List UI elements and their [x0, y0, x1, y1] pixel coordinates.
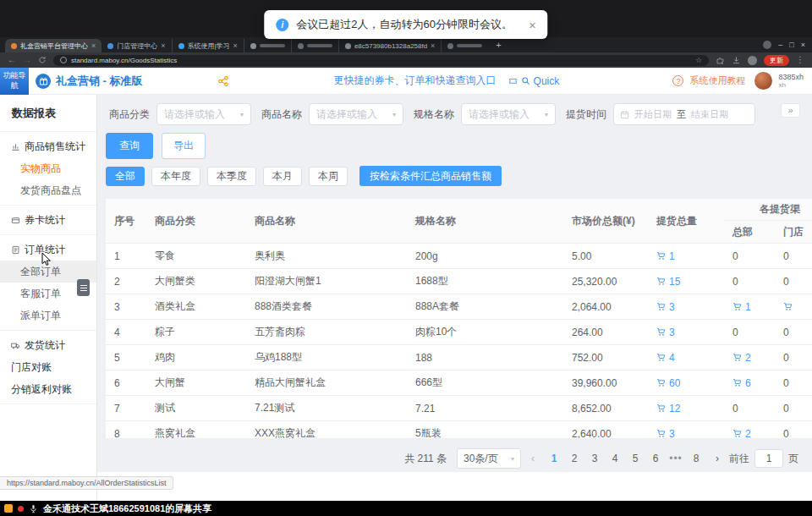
tab-favicon	[11, 43, 17, 49]
browser-tab-active[interactable]: 礼盒营销平台管理中心 ×	[5, 39, 102, 52]
col-name: 商品名称	[246, 199, 407, 243]
pickup-total-link[interactable]: 3	[648, 301, 724, 313]
summary-button[interactable]: 按检索条件汇总商品销售额	[359, 166, 502, 186]
next-page-icon[interactable]: ›	[716, 453, 719, 464]
browser-profile-icon[interactable]	[763, 41, 771, 49]
window-minimize-icon[interactable]: –	[778, 41, 782, 49]
browser-menu-icon[interactable]: ⋮	[796, 56, 804, 64]
site-info-icon[interactable]	[60, 57, 67, 63]
meeting-toast: i 会议已超过2人，自动转为60分钟限时会议。 ×	[264, 10, 547, 39]
page-4[interactable]: 4	[606, 453, 624, 464]
page-1[interactable]: 1	[545, 453, 563, 464]
sidebar-item-shipment-inventory[interactable]: 发货商品盘点	[0, 179, 96, 201]
tutorial-link[interactable]: 系统使用教程	[689, 74, 745, 87]
pickup-total-link[interactable]: 1	[648, 250, 724, 262]
share-center-link[interactable]: 合分享中心	[217, 74, 280, 87]
sidebar-item-order-stats[interactable]: 订单统计	[0, 239, 96, 261]
hq-pickup-link[interactable]: 1	[724, 301, 775, 313]
tab-label-placeholder	[260, 44, 285, 47]
hq-pickup-link[interactable]: 2	[724, 352, 775, 364]
browser-avatar[interactable]	[748, 56, 757, 65]
sidebar-item-physical-goods[interactable]: 实物商品	[0, 157, 96, 179]
cart-icon	[732, 429, 742, 438]
cell-category: 粽子	[146, 325, 246, 339]
browser-tab[interactable]: e8c573980b1328a258fd2e6f ×	[338, 39, 441, 52]
extensions-icon[interactable]	[716, 56, 725, 65]
sidebar-item-distribution-rebate[interactable]: 分销返利对账	[0, 378, 96, 400]
url-text: standard.maboy.cn/GoodsStatistics	[71, 57, 177, 64]
back-icon[interactable]: ←	[8, 56, 16, 64]
sidebar-item-store-reconciliation[interactable]: 门店对账	[0, 356, 96, 378]
category-select[interactable]: 请选择或输入 ▾	[156, 103, 251, 125]
forward-icon[interactable]: →	[23, 56, 31, 64]
toast-close-icon[interactable]: ×	[529, 19, 536, 31]
export-button[interactable]: 导出	[162, 133, 206, 159]
pickup-total-link[interactable]: 4	[648, 352, 724, 364]
tab-close-icon[interactable]: ×	[431, 42, 435, 50]
browser-update-button[interactable]: 更新	[764, 55, 789, 66]
range-tab-week[interactable]: 本周	[309, 167, 348, 186]
pickup-total-link[interactable]: 60	[648, 377, 724, 389]
range-tab-year[interactable]: 本年度	[151, 167, 200, 186]
card-icon	[11, 216, 20, 225]
browser-tab[interactable]: 系统使用|学习 ×	[172, 39, 244, 52]
search-button[interactable]: 查询	[106, 133, 153, 159]
prev-page-icon[interactable]: ‹	[531, 453, 535, 464]
range-tab-all[interactable]: 全部	[106, 167, 145, 186]
browser-tab-strip: 礼盒营销平台管理中心 × 门店管理中心 × 系统使用|学习 × e8c57398…	[0, 37, 812, 52]
page-3[interactable]: 3	[585, 453, 604, 464]
hq-pickup-link[interactable]: 6	[724, 377, 775, 389]
sidebar-item-coupon-stats[interactable]: 券卡统计	[0, 209, 96, 231]
cell-spec: 1688型	[407, 274, 563, 288]
refresh-icon[interactable]	[38, 56, 47, 64]
sidebar-item-goods-sales-stats[interactable]: 商品销售统计	[0, 135, 96, 157]
tab-close-icon[interactable]: ×	[91, 42, 96, 50]
browser-tab[interactable]	[441, 39, 488, 52]
panel-expand-button[interactable]: »	[781, 103, 800, 118]
browser-tab[interactable]	[291, 39, 338, 52]
product-name-select[interactable]: 请选择或输入 ▾	[309, 103, 403, 125]
quick-search-link[interactable]: Quick	[508, 75, 560, 87]
range-tab-quarter[interactable]: 本季度	[207, 167, 256, 186]
sidebar-collapse-handle[interactable]	[77, 279, 90, 296]
pickup-date-range[interactable]: 开始日期 至 结束日期	[613, 103, 755, 125]
goto-unit: 页	[788, 452, 798, 466]
quick-entry-hint[interactable]: 更快捷的券卡、订单和快递查询入口	[334, 74, 497, 88]
pickup-total-link[interactable]: 12	[648, 403, 724, 414]
tab-favicon	[250, 43, 256, 49]
store-pickup-link[interactable]	[775, 302, 812, 311]
browser-tab[interactable]	[244, 39, 291, 52]
downloads-icon[interactable]	[732, 56, 741, 65]
app-logo[interactable]: 礼盒营销 - 标准版	[36, 74, 143, 89]
browser-tab[interactable]: 门店管理中心 ×	[102, 39, 171, 52]
truck-icon	[11, 341, 20, 350]
cell-store: 0	[775, 377, 812, 389]
bookmark-star-icon[interactable]: ☆	[695, 56, 702, 64]
hq-pickup-link[interactable]: 2	[724, 428, 775, 439]
goto-page-input[interactable]	[754, 449, 783, 468]
tab-close-icon[interactable]: ×	[233, 42, 238, 50]
window-maximize-icon[interactable]: □	[789, 41, 793, 49]
page-6[interactable]: 6	[646, 453, 665, 464]
table-row: 8 燕窝礼盒 XXX燕窝礼盒 5瓶装 2,640.00 3 2 0	[106, 421, 812, 438]
tab-close-icon[interactable]: ×	[161, 42, 165, 50]
more-pages-icon[interactable]: •••	[667, 453, 685, 464]
page-size-select[interactable]: 30条/页 ▾	[457, 448, 521, 469]
page-2[interactable]: 2	[565, 453, 584, 464]
tab-favicon	[107, 43, 113, 49]
url-field[interactable]: standard.maboy.cn/GoodsStatistics ☆	[53, 55, 709, 66]
pickup-total-link[interactable]: 3	[648, 327, 724, 338]
window-close-icon[interactable]: ×	[801, 41, 805, 49]
page-5[interactable]: 5	[626, 453, 645, 464]
sidebar-item-shipping-stats[interactable]: 发货统计	[0, 334, 96, 356]
spec-select[interactable]: 请选择或输入 ▾	[461, 103, 556, 125]
new-tab-button[interactable]: +	[488, 40, 508, 50]
user-avatar[interactable]	[754, 72, 772, 90]
link-preview-tooltip: https://standard.maboy.cn/AllOrderStatis…	[0, 476, 173, 490]
range-tab-month[interactable]: 本月	[263, 167, 302, 186]
function-nav-button[interactable]: 功能导航	[0, 68, 29, 95]
page-last[interactable]: 8	[687, 453, 705, 464]
pickup-total-link[interactable]: 3	[648, 428, 724, 439]
sidebar-item-dispatch-orders[interactable]: 派单订单	[0, 305, 96, 327]
pickup-total-link[interactable]: 15	[648, 276, 724, 288]
